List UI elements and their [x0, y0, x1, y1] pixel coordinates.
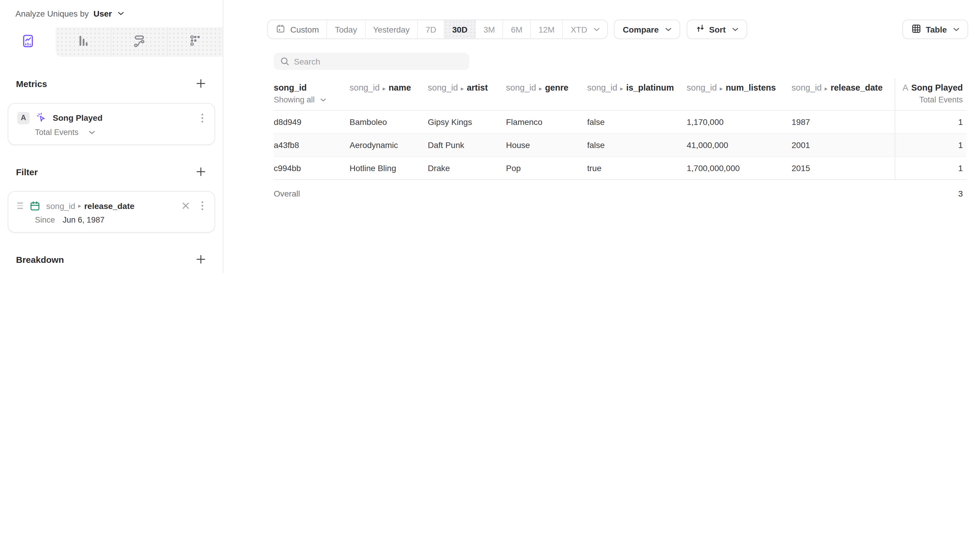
breadcrumb-arrow-icon: ▸ — [380, 85, 389, 92]
drag-handle-icon[interactable] — [17, 203, 23, 209]
range-6m[interactable]: 6M — [503, 20, 530, 38]
table-header-row: song_id Showing all song_id▸name song_id… — [274, 78, 966, 111]
metric-column-header[interactable]: ASong Played Total Events — [895, 78, 966, 110]
compare-label: Compare — [623, 25, 659, 34]
range-12m[interactable]: 12M — [530, 20, 562, 38]
results-table: song_id Showing all song_id▸name song_id… — [267, 78, 966, 207]
event-icon — [35, 111, 48, 124]
tab-flows[interactable] — [111, 27, 167, 57]
tab-funnels[interactable] — [56, 27, 111, 57]
add-metric-button[interactable] — [194, 77, 207, 90]
range-30d[interactable]: 30D — [444, 20, 475, 38]
cell-is-platinum: true — [587, 157, 687, 179]
filter-card[interactable]: song_id ▸ release_date Since Jun 6, 1987 — [8, 191, 215, 233]
sort-arrows-icon — [695, 24, 705, 35]
query-builder-sidebar: Analyze Uniques by User — [0, 0, 223, 274]
add-filter-button[interactable] — [194, 165, 207, 178]
table-row[interactable]: c994bb Hotline Bling Drake Pop true 1,70… — [274, 157, 966, 180]
chevron-down-icon — [321, 98, 326, 101]
breadcrumb-arrow-icon: ▸ — [822, 85, 831, 92]
overall-row: Overall 3 — [274, 180, 966, 207]
table-row[interactable]: d8d949 Bamboleo Gipsy Kings Flamenco fal… — [274, 111, 966, 134]
search-input[interactable] — [274, 53, 469, 70]
view-label: Table — [926, 25, 947, 34]
cell-artist: Gipsy Kings — [428, 111, 506, 133]
range-today[interactable]: Today — [326, 20, 365, 38]
analyze-entity-selector[interactable]: User — [94, 9, 112, 18]
metric-card[interactable]: A Song Played Total Events — [8, 103, 215, 145]
range-custom[interactable]: Custom — [268, 20, 326, 38]
sidebar-body: Metrics A Song Played Total Events — [0, 57, 223, 274]
metrics-section-header: Metrics — [16, 77, 207, 90]
table-grid-icon — [912, 24, 922, 35]
column-header[interactable]: song_id▸genre — [506, 78, 587, 110]
cell-metric-value: 1 — [895, 134, 966, 156]
aggregation-selector[interactable]: Total Events — [35, 128, 78, 137]
compare-button[interactable]: Compare — [614, 19, 680, 39]
range-label: 7D — [426, 25, 436, 34]
showing-all-selector[interactable]: Showing all — [274, 95, 315, 104]
metric-menu-button[interactable] — [200, 112, 205, 124]
overall-label: Overall — [274, 180, 350, 207]
report-type-tabs — [0, 27, 223, 57]
sort-label: Sort — [709, 25, 726, 34]
range-yesterday[interactable]: Yesterday — [365, 20, 417, 38]
retention-icon — [188, 33, 203, 51]
cell-metric-value: 1 — [895, 157, 966, 179]
metric-event-name: Song Played — [53, 113, 102, 122]
column-header[interactable]: song_id▸is_platinum — [587, 78, 687, 110]
breakdown-section-header: Breakdown — [16, 253, 207, 266]
cell-song-id: a43fb8 — [274, 134, 350, 156]
column-header[interactable]: song_id▸release_date — [792, 78, 895, 110]
column-header[interactable]: song_id▸name — [350, 78, 428, 110]
range-7d[interactable]: 7D — [417, 20, 444, 38]
cell-genre: Pop — [506, 157, 587, 179]
add-breakdown-button[interactable] — [194, 253, 207, 266]
tab-insights[interactable] — [0, 27, 56, 57]
sort-button[interactable]: Sort — [687, 19, 747, 39]
breadcrumb-arrow-icon: ▸ — [75, 203, 84, 209]
breadcrumb-arrow-icon: ▸ — [458, 85, 467, 92]
chevron-down-icon — [594, 27, 600, 31]
range-label: Today — [335, 25, 357, 34]
column-header[interactable]: song_id▸num_listens — [687, 78, 792, 110]
range-label: 12M — [539, 25, 555, 34]
cell-genre: House — [506, 134, 587, 156]
range-3m[interactable]: 3M — [475, 20, 503, 38]
search-icon — [280, 56, 290, 66]
analyze-header: Analyze Uniques by User — [0, 0, 223, 27]
remove-filter-button[interactable] — [180, 200, 191, 211]
report-main-area: Custom Today Yesterday 7D 30D 3M 6M 12M … — [223, 0, 980, 274]
chevron-down-icon — [89, 130, 94, 134]
table-row[interactable]: a43fb8 Aerodynamic Daft Punk House false… — [274, 134, 966, 157]
cell-genre: Flamenco — [506, 111, 587, 133]
filter-section-header: Filter — [16, 165, 207, 178]
table-search — [274, 53, 469, 70]
cell-release-date: 1987 — [792, 111, 895, 133]
series-letter-badge: A — [17, 112, 30, 124]
cell-is-platinum: false — [587, 111, 687, 133]
chevron-down-icon — [118, 12, 124, 15]
cell-release-date: 2001 — [792, 134, 895, 156]
flows-icon — [132, 33, 147, 51]
filter-operator[interactable]: Since — [35, 216, 55, 224]
range-label: XTD — [571, 25, 587, 34]
filter-menu-button[interactable] — [200, 200, 205, 212]
overall-value: 3 — [895, 180, 966, 207]
cell-num-listens: 41,000,000 — [687, 134, 792, 156]
cell-name: Hotline Bling — [350, 157, 428, 179]
range-label: Custom — [290, 25, 319, 34]
view-selector-button[interactable]: Table — [903, 19, 968, 39]
column-header[interactable]: song_id▸artist — [428, 78, 506, 110]
range-xtd[interactable]: XTD — [562, 20, 607, 38]
breakdown-title: Breakdown — [16, 254, 64, 264]
cell-is-platinum: false — [587, 134, 687, 156]
cell-artist: Daft Punk — [428, 134, 506, 156]
cell-name: Aerodynamic — [350, 134, 428, 156]
range-label: 6M — [511, 25, 523, 34]
filter-value[interactable]: Jun 6, 1987 — [63, 216, 105, 224]
tab-retention[interactable] — [167, 27, 223, 57]
chevron-down-icon — [732, 27, 738, 31]
column-header[interactable]: song_id Showing all — [274, 78, 350, 110]
breadcrumb-arrow-icon: ▸ — [717, 85, 726, 92]
